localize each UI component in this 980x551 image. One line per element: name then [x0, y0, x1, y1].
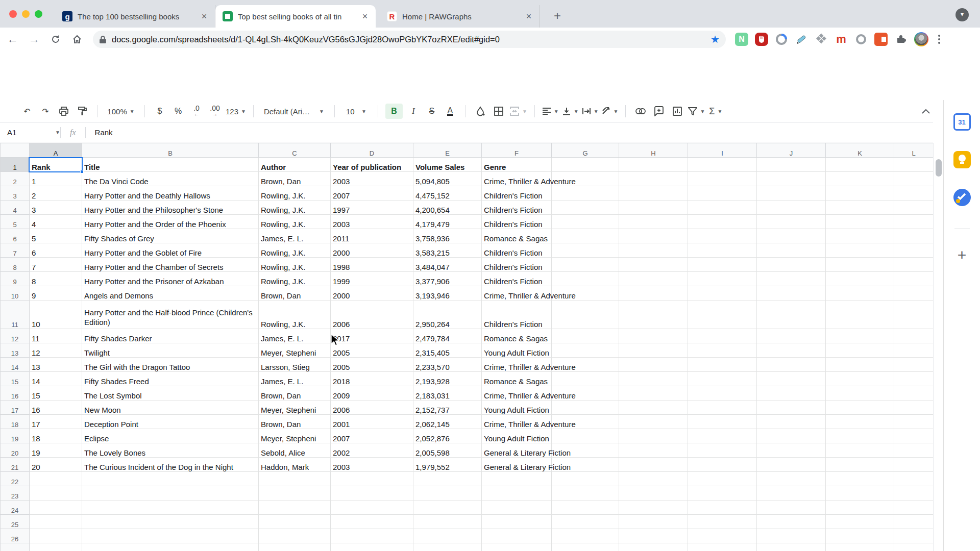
redo-button[interactable]: ↷ — [38, 104, 53, 119]
cell-A24[interactable] — [30, 500, 82, 515]
number-format-button[interactable]: 123▼ — [226, 104, 246, 119]
cell-H14[interactable] — [619, 358, 688, 372]
row-header-4[interactable]: 4 — [1, 201, 30, 215]
cell-D12[interactable]: 2017 — [331, 329, 413, 343]
cell-L8[interactable] — [894, 258, 934, 272]
column-header-I[interactable]: I — [688, 143, 757, 158]
insert-chart-button[interactable] — [670, 104, 685, 119]
cell-L17[interactable] — [894, 400, 934, 415]
cell-C23[interactable] — [259, 486, 331, 500]
cell-J19[interactable] — [757, 429, 826, 443]
cell-L5[interactable] — [894, 215, 934, 229]
row-header-2[interactable]: 2 — [1, 172, 30, 186]
text-color-button[interactable]: A — [443, 104, 458, 119]
cell-G27[interactable] — [552, 543, 619, 551]
cell-I17[interactable] — [688, 400, 757, 415]
cell-C1[interactable]: Author — [259, 158, 331, 172]
cell-L22[interactable] — [894, 472, 934, 486]
cell-B12[interactable]: Fifty Shades Darker — [82, 329, 259, 343]
cell-B5[interactable]: Harry Potter and the Order of the Phoeni… — [82, 215, 259, 229]
cell-K5[interactable] — [826, 215, 894, 229]
cell-G9[interactable] — [552, 272, 619, 286]
cell-J21[interactable] — [757, 458, 826, 472]
column-header-A[interactable]: A — [30, 143, 82, 158]
tab-rawgraphs[interactable]: R Home | RAWGraphs × — [380, 5, 540, 28]
cell-D13[interactable]: 2005 — [331, 343, 413, 358]
merge-cells-button[interactable]: ▼ — [509, 104, 527, 119]
cell-D5[interactable]: 2003 — [331, 215, 413, 229]
cell-A12[interactable]: 11 — [30, 329, 82, 343]
cell-B14[interactable]: The Girl with the Dragon Tattoo — [82, 358, 259, 372]
cell-H23[interactable] — [619, 486, 688, 500]
cell-H6[interactable] — [619, 229, 688, 243]
cell-L6[interactable] — [894, 229, 934, 243]
cell-F12[interactable]: Romance & Sagas — [482, 329, 552, 343]
row-header-26[interactable]: 26 — [1, 529, 30, 543]
cell-L4[interactable] — [894, 201, 934, 215]
cell-H21[interactable] — [619, 458, 688, 472]
cell-J17[interactable] — [757, 400, 826, 415]
decrease-decimals-button[interactable]: .0← — [189, 104, 204, 119]
cell-J23[interactable] — [757, 486, 826, 500]
cell-H27[interactable] — [619, 543, 688, 551]
extensions-puzzle-icon[interactable] — [894, 33, 908, 46]
namebox-dropdown-icon[interactable]: ▼ — [55, 130, 60, 135]
cell-A2[interactable]: 1 — [30, 172, 82, 186]
cell-F25[interactable] — [482, 515, 552, 529]
cell-K2[interactable] — [826, 172, 894, 186]
cell-C6[interactable]: James, E. L. — [259, 229, 331, 243]
row-header-5[interactable]: 5 — [1, 215, 30, 229]
cell-I18[interactable] — [688, 415, 757, 429]
cell-L18[interactable] — [894, 415, 934, 429]
cell-A21[interactable]: 20 — [30, 458, 82, 472]
column-header-H[interactable]: H — [619, 143, 688, 158]
cell-C25[interactable] — [259, 515, 331, 529]
cell-D10[interactable]: 2000 — [331, 286, 413, 300]
cell-L12[interactable] — [894, 329, 934, 343]
column-header-C[interactable]: C — [259, 143, 331, 158]
cell-A3[interactable]: 2 — [30, 186, 82, 201]
tab-search-button[interactable]: ▾ — [955, 8, 969, 21]
horizontal-align-button[interactable]: ▼ — [542, 104, 559, 119]
cell-I7[interactable] — [688, 243, 757, 258]
tab-bestselling-books[interactable]: g The top 100 bestselling books × — [55, 5, 215, 28]
column-header-J[interactable]: J — [757, 143, 826, 158]
borders-button[interactable] — [491, 104, 506, 119]
cell-H7[interactable] — [619, 243, 688, 258]
cell-K17[interactable] — [826, 400, 894, 415]
row-header-17[interactable]: 17 — [1, 400, 30, 415]
cell-D25[interactable] — [331, 515, 413, 529]
forward-button[interactable]: → — [26, 31, 43, 48]
cell-F6[interactable]: Romance & Sagas — [482, 229, 552, 243]
cell-J3[interactable] — [757, 186, 826, 201]
cell-L27[interactable] — [894, 543, 934, 551]
cell-F24[interactable] — [482, 500, 552, 515]
cell-H16[interactable] — [619, 386, 688, 400]
cell-E13[interactable]: 2,315,405 — [413, 343, 482, 358]
cell-K20[interactable] — [826, 443, 894, 458]
orange-extension-icon[interactable] — [874, 33, 888, 46]
close-tab-icon[interactable]: × — [523, 11, 534, 22]
bookmark-star-icon[interactable]: ★ — [710, 33, 720, 45]
filter-button[interactable]: ▼ — [688, 104, 705, 119]
bold-button[interactable]: B — [385, 104, 403, 119]
cell-B26[interactable] — [82, 529, 259, 543]
cell-K23[interactable] — [826, 486, 894, 500]
cell-A14[interactable]: 13 — [30, 358, 82, 372]
cell-G1[interactable] — [552, 158, 619, 172]
cell-E2[interactable]: 5,094,805 — [413, 172, 482, 186]
cell-C24[interactable] — [259, 500, 331, 515]
cell-H25[interactable] — [619, 515, 688, 529]
cell-L23[interactable] — [894, 486, 934, 500]
cell-F14[interactable]: Crime, Thriller & Adventure — [482, 358, 552, 372]
cell-E22[interactable] — [413, 472, 482, 486]
cell-I15[interactable] — [688, 372, 757, 386]
cell-J24[interactable] — [757, 500, 826, 515]
cell-K25[interactable] — [826, 515, 894, 529]
cell-F4[interactable]: Children's Fiction — [482, 201, 552, 215]
cell-L24[interactable] — [894, 500, 934, 515]
cell-J2[interactable] — [757, 172, 826, 186]
cell-K7[interactable] — [826, 243, 894, 258]
cell-D14[interactable]: 2005 — [331, 358, 413, 372]
row-header-27[interactable]: 27 — [1, 543, 30, 551]
